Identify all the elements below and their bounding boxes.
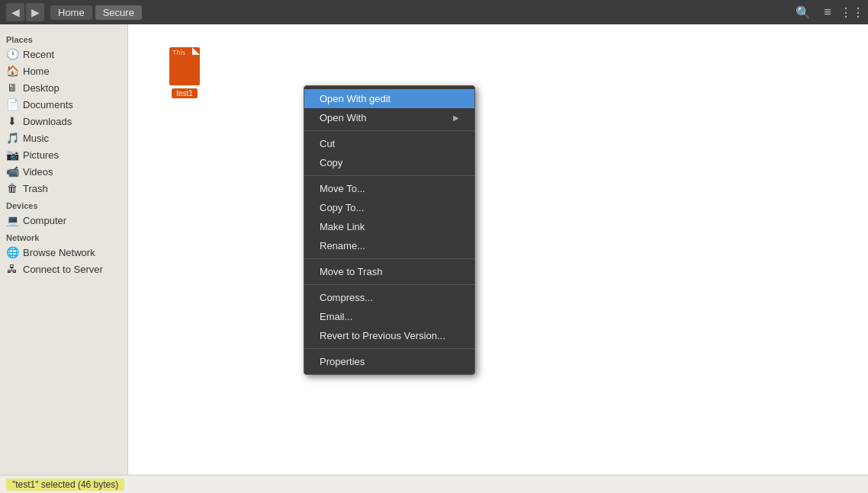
ctx-item-label: Cut [320,138,335,149]
file-icon: This [166,47,203,90]
sidebar-item-desktop[interactable]: 🖥 Desktop [0,79,127,96]
sidebar-item-home[interactable]: 🏠 Home [0,62,127,79]
connect-server-icon: 🖧 [6,263,18,275]
music-icon: 🎵 [6,132,18,144]
computer-icon: 💻 [6,214,18,226]
trash-icon: 🗑 [6,182,18,194]
sidebar-item-label: Trash [23,183,48,194]
places-label: Places [0,30,127,46]
ctx-revert[interactable]: Revert to Previous Version... [304,326,474,345]
home-icon: 🏠 [6,65,18,77]
ctx-cut[interactable]: Cut [304,134,474,153]
submenu-arrow-icon: ▶ [453,114,459,122]
ctx-item-label: Make Link [320,221,365,232]
breadcrumb-home[interactable]: Home [50,5,92,20]
back-button[interactable]: ◀ [6,3,24,21]
ctx-move-to-trash[interactable]: Move to Trash [304,262,474,281]
sidebar-item-label: Downloads [23,116,72,127]
ctx-separator-5 [304,348,474,349]
ctx-item-label: Copy [320,157,342,168]
ctx-item-label: Revert to Previous Version... [320,330,445,341]
context-menu: Open With gedit Open With ▶ Cut Copy Mov… [304,85,475,375]
ctx-open-with[interactable]: Open With ▶ [304,108,474,127]
sidebar-item-label: Pictures [23,149,59,161]
sidebar-item-label: Recent [23,49,54,60]
titlebar-right: 🔍 ≡ ⋮⋮ [793,2,862,22]
sidebar-item-pictures[interactable]: 📷 Pictures [0,146,127,163]
devices-label: Devices [0,197,127,212]
desktop-icon: 🖥 [6,82,18,94]
nav-buttons: ◀ ▶ [6,3,44,21]
ctx-item-label: Copy To... [320,202,364,213]
ctx-item-label: Rename... [320,240,365,251]
file-icon-wrapper: This test1 [166,47,203,98]
menu-button[interactable]: ≡ [818,2,837,22]
pictures-icon: 📷 [6,149,18,161]
sidebar-item-label: Music [23,133,49,144]
ctx-copy-to[interactable]: Copy To... [304,198,474,217]
ctx-item-label: Move To... [320,183,365,194]
sidebar-item-downloads[interactable]: ⬇ Downloads [0,113,127,130]
search-button[interactable]: 🔍 [793,2,813,22]
content-area[interactable]: This test1 Open With gedit Open With ▶ C… [128,24,868,475]
sidebar: Places 🕐 Recent 🏠 Home 🖥 Desktop 📄 Docum… [0,24,128,475]
ctx-separator-2 [304,175,474,176]
ctx-item-label: Move to Trash [320,266,382,277]
ctx-item-label: Open With gedit [320,93,391,104]
ctx-item-label: Compress... [320,292,373,303]
ctx-rename[interactable]: Rename... [304,236,474,255]
sidebar-item-recent[interactable]: 🕐 Recent [0,46,127,62]
ctx-open-with-gedit[interactable]: Open With gedit [304,89,474,108]
ctx-item-label: Email... [320,311,352,322]
titlebar: ◀ ▶ Home Secure 🔍 ≡ ⋮⋮ [0,0,868,24]
sidebar-item-label: Home [23,66,50,77]
sidebar-item-label: Connect to Server [23,264,103,275]
ctx-item-label: Properties [320,356,365,367]
sidebar-item-trash[interactable]: 🗑 Trash [0,180,127,197]
grid-button[interactable]: ⋮⋮ [842,2,862,22]
main-layout: Places 🕐 Recent 🏠 Home 🖥 Desktop 📄 Docum… [0,24,868,475]
forward-button[interactable]: ▶ [26,3,44,21]
sidebar-item-label: Computer [23,215,66,226]
ctx-compress[interactable]: Compress... [304,288,474,307]
ctx-separator-3 [304,258,474,259]
videos-icon: 📹 [6,165,18,178]
sidebar-item-documents[interactable]: 📄 Documents [0,96,127,113]
documents-icon: 📄 [6,98,18,110]
sidebar-item-videos[interactable]: 📹 Videos [0,163,127,180]
sidebar-item-browse-network[interactable]: 🌐 Browse Network [0,244,127,261]
sidebar-item-computer[interactable]: 💻 Computer [0,212,127,229]
sidebar-item-label: Desktop [23,82,59,94]
statusbar: "test1" selected (46 bytes) [0,475,868,493]
ctx-copy[interactable]: Copy [304,153,474,172]
ctx-email[interactable]: Email... [304,307,474,326]
ctx-make-link[interactable]: Make Link [304,217,474,236]
ctx-move-to[interactable]: Move To... [304,179,474,198]
status-text: "test1" selected (46 bytes) [6,479,124,491]
sidebar-item-label: Browse Network [23,247,95,258]
ctx-properties[interactable]: Properties [304,352,474,371]
ctx-item-label: Open With [320,112,366,123]
breadcrumb: Home Secure [50,5,142,20]
sidebar-item-music[interactable]: 🎵 Music [0,130,127,146]
recent-icon: 🕐 [6,48,18,60]
sidebar-item-connect-server[interactable]: 🖧 Connect to Server [0,261,127,277]
sidebar-item-label: Videos [23,166,53,178]
downloads-icon: ⬇ [6,115,18,127]
ctx-separator-4 [304,284,474,285]
ctx-separator-1 [304,130,474,131]
breadcrumb-current[interactable]: Secure [95,5,142,20]
network-label: Network [0,229,127,244]
browse-network-icon: 🌐 [6,246,18,258]
sidebar-item-label: Documents [23,99,73,110]
